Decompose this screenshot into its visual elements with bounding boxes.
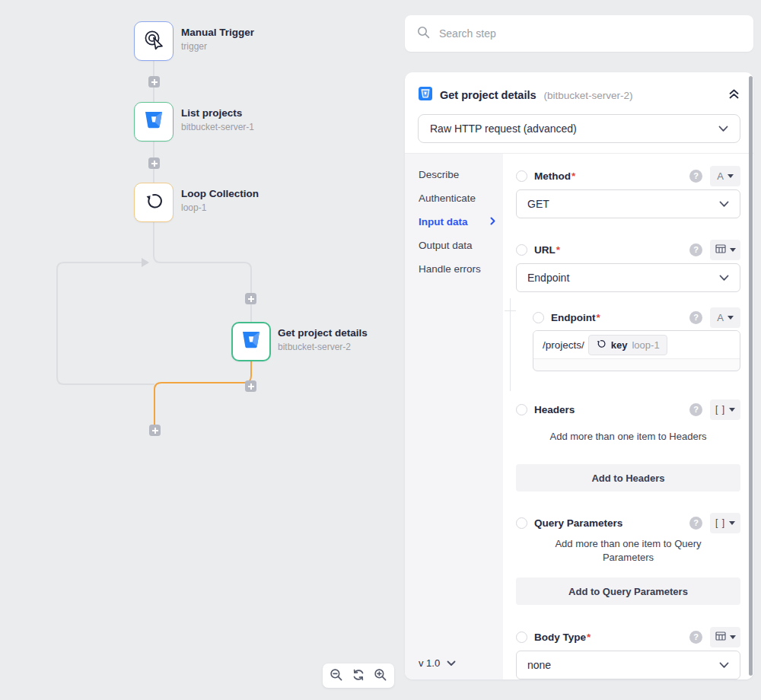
tab-authenticate[interactable]: Authenticate	[405, 186, 503, 210]
field-body-type: Body Type * ?	[516, 627, 740, 647]
tab-input-data[interactable]: Input data	[405, 210, 503, 234]
jsonpath-radio[interactable]	[516, 632, 527, 643]
tab-label: Authenticate	[419, 192, 476, 204]
workflow-canvas[interactable]: Manual Trigger trigger List projects bit…	[0, 0, 405, 700]
field-label: Headers	[534, 404, 575, 415]
headers-hint: Add more than one item to Headers	[516, 430, 740, 444]
panel-connector-name: (bitbucket-server-2)	[544, 90, 633, 101]
node-get-project-details[interactable]	[231, 322, 271, 361]
caret-down-icon	[728, 316, 734, 320]
endpoint-input[interactable]: /projects/ key loop-1	[533, 330, 740, 371]
field-label: Query Parameters	[534, 517, 622, 529]
tab-output-data[interactable]: Output data	[405, 234, 503, 257]
help-icon[interactable]: ?	[689, 243, 702, 256]
table-type-icon	[715, 630, 726, 644]
help-icon[interactable]: ?	[689, 631, 702, 644]
panel-scrollbar[interactable]	[749, 76, 753, 676]
node-title: Manual Trigger	[181, 27, 254, 38]
caret-down-icon	[729, 408, 735, 412]
search-step-bar	[405, 15, 753, 52]
node-loop-collection[interactable]	[134, 183, 174, 222]
jsonpath-token[interactable]: key loop-1	[588, 335, 667, 355]
type-selector-object[interactable]	[710, 240, 740, 260]
jsonpath-radio[interactable]	[516, 170, 527, 182]
chevron-down-icon	[719, 198, 729, 210]
tab-label: Handle errors	[419, 263, 481, 275]
field-label: Body Type	[534, 632, 586, 643]
add-step-button[interactable]	[148, 158, 160, 169]
manual-trigger-icon	[142, 28, 165, 54]
loop-icon	[144, 191, 164, 215]
panel-step-title: Get project details	[440, 89, 537, 101]
token-step: loop-1	[632, 339, 659, 351]
zoom-out-button[interactable]	[330, 668, 343, 684]
caret-down-icon	[730, 635, 736, 639]
type-selector-object[interactable]	[710, 627, 740, 648]
token-property: key	[611, 339, 628, 351]
table-type-icon	[715, 243, 726, 256]
zoom-in-button[interactable]	[374, 668, 387, 684]
reset-zoom-icon	[352, 668, 365, 684]
field-endpoint: Endpoint * ? A	[533, 307, 740, 327]
tab-describe[interactable]: Describe	[405, 163, 503, 186]
add-step-button[interactable]	[149, 425, 161, 436]
jsonpath-radio[interactable]	[516, 244, 527, 256]
url-select[interactable]: Endpoint	[516, 263, 740, 292]
field-label: Method	[534, 170, 571, 182]
text-type-icon: A	[717, 170, 724, 182]
add-step-button[interactable]	[245, 293, 256, 304]
type-selector-text[interactable]: A	[710, 307, 740, 328]
help-icon[interactable]: ?	[689, 170, 702, 183]
jsonpath-radio[interactable]	[533, 312, 544, 323]
field-headers: Headers ? [ ]	[516, 399, 740, 419]
jsonpath-radio[interactable]	[516, 404, 527, 415]
add-to-headers-button[interactable]: Add to Headers	[516, 464, 740, 492]
field-query-parameters: Query Parameters ? [ ]	[516, 513, 740, 533]
input-data-form: Method * ? A GET URL * ?	[503, 154, 753, 679]
caret-down-icon	[730, 248, 736, 252]
query-parameters-hint: Add more than one item to Query Paramete…	[516, 537, 740, 565]
search-step-input[interactable]	[439, 27, 741, 40]
canvas-zoom-toolbar	[323, 663, 394, 688]
reset-zoom-button[interactable]	[352, 668, 365, 684]
chevron-down-icon	[718, 123, 728, 135]
bitbucket-icon	[142, 109, 165, 135]
type-selector-array[interactable]: [ ]	[710, 399, 740, 420]
required-mark: *	[596, 312, 600, 323]
caret-down-icon	[728, 174, 734, 178]
help-icon[interactable]: ?	[689, 517, 702, 530]
jsonpath-radio[interactable]	[516, 517, 527, 529]
text-type-icon: A	[717, 312, 724, 323]
double-chevron-up-icon	[728, 88, 740, 102]
required-mark: *	[556, 244, 560, 256]
node-subtitle: trigger	[181, 41, 254, 52]
tab-handle-errors[interactable]: Handle errors	[405, 257, 503, 281]
method-select[interactable]: GET	[516, 189, 740, 218]
node-title: Get project details	[278, 327, 368, 339]
zoom-out-icon	[330, 668, 343, 684]
help-icon[interactable]: ?	[689, 403, 702, 416]
type-selector-array[interactable]: [ ]	[710, 513, 740, 533]
add-step-button[interactable]	[245, 380, 256, 392]
node-list-projects[interactable]	[134, 102, 174, 142]
help-icon[interactable]: ?	[689, 311, 702, 324]
add-to-query-parameters-button[interactable]: Add to Query Parameters	[516, 578, 740, 605]
node-manual-trigger[interactable]	[134, 21, 174, 61]
field-label: Endpoint	[551, 312, 595, 323]
node-subtitle: bitbucket-server-2	[278, 342, 368, 352]
body-type-select[interactable]: none	[516, 651, 740, 679]
collapse-panel-button[interactable]	[728, 88, 740, 102]
panel-tab-list: Describe Authenticate Input data Output …	[405, 154, 503, 679]
version-selector[interactable]: v 1.0	[419, 657, 456, 669]
tab-label: Describe	[419, 169, 459, 180]
add-step-button[interactable]	[148, 76, 160, 88]
chevron-down-icon	[719, 659, 729, 671]
operation-select[interactable]: Raw HTTP request (advanced)	[418, 114, 740, 143]
chevron-right-icon	[490, 216, 495, 228]
chevron-down-icon	[719, 272, 729, 284]
field-url: URL * ?	[516, 240, 740, 259]
type-selector-text[interactable]: A	[710, 166, 740, 186]
version-label: v 1.0	[419, 657, 440, 669]
operation-value: Raw HTTP request (advanced)	[430, 123, 577, 135]
node-label-get-project-details: Get project details bitbucket-server-2	[278, 327, 368, 352]
